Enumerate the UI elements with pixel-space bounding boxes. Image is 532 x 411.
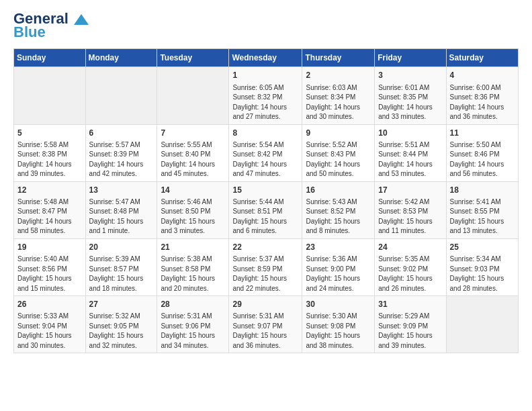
logo: General Blue — [13, 11, 89, 40]
day-info: Sunrise: 5:41 AM Sunset: 8:55 PM Dayligh… — [450, 198, 504, 235]
week-row-2: 5Sunrise: 5:58 AM Sunset: 8:38 PM Daylig… — [14, 124, 519, 181]
day-info: Sunrise: 5:52 AM Sunset: 8:43 PM Dayligh… — [306, 141, 360, 178]
weekday-header-thursday: Thursday — [302, 49, 375, 67]
weekday-header-tuesday: Tuesday — [157, 49, 229, 67]
calendar-cell: 14Sunrise: 5:46 AM Sunset: 8:50 PM Dayli… — [157, 181, 229, 238]
calendar-cell: 9Sunrise: 5:52 AM Sunset: 8:43 PM Daylig… — [302, 124, 375, 181]
day-number: 25 — [450, 242, 515, 253]
header: General Blue — [13, 11, 519, 40]
calendar-cell: 22Sunrise: 5:37 AM Sunset: 8:59 PM Dayli… — [229, 238, 302, 295]
logo-blue: Blue — [13, 24, 46, 40]
weekday-header-saturday: Saturday — [446, 49, 518, 67]
day-info: Sunrise: 5:32 AM Sunset: 9:05 PM Dayligh… — [89, 312, 144, 349]
day-number: 20 — [89, 242, 154, 253]
calendar-cell: 5Sunrise: 5:58 AM Sunset: 8:38 PM Daylig… — [14, 124, 86, 181]
day-info: Sunrise: 5:51 AM Sunset: 8:44 PM Dayligh… — [378, 141, 433, 178]
day-info: Sunrise: 5:31 AM Sunset: 9:07 PM Dayligh… — [232, 312, 287, 349]
calendar-cell: 17Sunrise: 5:42 AM Sunset: 8:53 PM Dayli… — [375, 181, 446, 238]
day-info: Sunrise: 5:55 AM Sunset: 8:40 PM Dayligh… — [161, 141, 215, 178]
calendar-cell: 26Sunrise: 5:33 AM Sunset: 9:04 PM Dayli… — [14, 296, 86, 353]
day-info: Sunrise: 5:42 AM Sunset: 8:53 PM Dayligh… — [378, 198, 433, 235]
day-info: Sunrise: 5:36 AM Sunset: 9:00 PM Dayligh… — [306, 255, 360, 292]
day-info: Sunrise: 5:58 AM Sunset: 8:38 PM Dayligh… — [17, 141, 72, 178]
calendar-cell: 2Sunrise: 6:03 AM Sunset: 8:34 PM Daylig… — [302, 67, 375, 124]
calendar-cell: 3Sunrise: 6:01 AM Sunset: 8:35 PM Daylig… — [375, 67, 446, 124]
day-info: Sunrise: 6:05 AM Sunset: 8:32 PM Dayligh… — [232, 84, 287, 121]
day-number: 26 — [17, 299, 82, 310]
day-number: 29 — [232, 299, 298, 310]
calendar-cell: 20Sunrise: 5:39 AM Sunset: 8:57 PM Dayli… — [85, 238, 157, 295]
weekday-header-sunday: Sunday — [14, 49, 86, 67]
day-number: 30 — [306, 299, 371, 310]
day-info: Sunrise: 5:43 AM Sunset: 8:52 PM Dayligh… — [306, 198, 360, 235]
calendar-cell: 1Sunrise: 6:05 AM Sunset: 8:32 PM Daylig… — [229, 67, 302, 124]
day-info: Sunrise: 5:54 AM Sunset: 8:42 PM Dayligh… — [232, 141, 287, 178]
weekday-header-monday: Monday — [85, 49, 157, 67]
day-number: 22 — [232, 242, 298, 253]
day-number: 27 — [89, 299, 154, 310]
day-info: Sunrise: 5:34 AM Sunset: 9:03 PM Dayligh… — [450, 255, 504, 292]
calendar-cell: 30Sunrise: 5:30 AM Sunset: 9:08 PM Dayli… — [302, 296, 375, 353]
day-number: 13 — [89, 185, 154, 195]
day-info: Sunrise: 5:48 AM Sunset: 8:47 PM Dayligh… — [17, 198, 72, 235]
calendar-cell: 6Sunrise: 5:57 AM Sunset: 8:39 PM Daylig… — [85, 124, 157, 181]
calendar-cell: 8Sunrise: 5:54 AM Sunset: 8:42 PM Daylig… — [229, 124, 302, 181]
day-number: 19 — [17, 242, 82, 253]
day-info: Sunrise: 5:38 AM Sunset: 8:58 PM Dayligh… — [161, 255, 215, 292]
calendar-table: SundayMondayTuesdayWednesdayThursdayFrid… — [13, 48, 519, 353]
calendar-cell — [157, 67, 229, 124]
day-info: Sunrise: 5:33 AM Sunset: 9:04 PM Dayligh… — [17, 312, 72, 349]
day-number: 10 — [378, 128, 442, 138]
day-number: 17 — [378, 185, 442, 195]
calendar-cell — [446, 296, 518, 353]
day-info: Sunrise: 5:39 AM Sunset: 8:57 PM Dayligh… — [89, 255, 144, 292]
day-info: Sunrise: 5:50 AM Sunset: 8:46 PM Dayligh… — [450, 141, 504, 178]
calendar-cell: 10Sunrise: 5:51 AM Sunset: 8:44 PM Dayli… — [375, 124, 446, 181]
day-number: 2 — [306, 70, 371, 81]
calendar-cell: 21Sunrise: 5:38 AM Sunset: 8:58 PM Dayli… — [157, 238, 229, 295]
calendar-cell: 28Sunrise: 5:31 AM Sunset: 9:06 PM Dayli… — [157, 296, 229, 353]
day-info: Sunrise: 6:00 AM Sunset: 8:36 PM Dayligh… — [450, 84, 504, 121]
day-number: 21 — [161, 242, 225, 253]
day-number: 12 — [17, 185, 82, 195]
day-info: Sunrise: 5:29 AM Sunset: 9:09 PM Dayligh… — [378, 312, 433, 349]
day-number: 6 — [89, 128, 154, 138]
day-info: Sunrise: 5:37 AM Sunset: 8:59 PM Dayligh… — [232, 255, 287, 292]
day-number: 14 — [161, 185, 225, 195]
day-info: Sunrise: 5:46 AM Sunset: 8:50 PM Dayligh… — [161, 198, 215, 235]
weekday-header-wednesday: Wednesday — [229, 49, 302, 67]
day-info: Sunrise: 5:31 AM Sunset: 9:06 PM Dayligh… — [161, 312, 215, 349]
calendar-cell: 11Sunrise: 5:50 AM Sunset: 8:46 PM Dayli… — [446, 124, 518, 181]
calendar-cell: 15Sunrise: 5:44 AM Sunset: 8:51 PM Dayli… — [229, 181, 302, 238]
day-number: 28 — [161, 299, 225, 310]
day-number: 3 — [378, 70, 442, 81]
day-number: 16 — [306, 185, 371, 195]
svg-marker-0 — [74, 14, 89, 25]
week-row-5: 26Sunrise: 5:33 AM Sunset: 9:04 PM Dayli… — [14, 296, 519, 353]
calendar-cell: 19Sunrise: 5:40 AM Sunset: 8:56 PM Dayli… — [14, 238, 86, 295]
day-number: 11 — [450, 128, 515, 138]
calendar-cell: 13Sunrise: 5:47 AM Sunset: 8:48 PM Dayli… — [85, 181, 157, 238]
calendar-cell: 18Sunrise: 5:41 AM Sunset: 8:55 PM Dayli… — [446, 181, 518, 238]
week-row-4: 19Sunrise: 5:40 AM Sunset: 8:56 PM Dayli… — [14, 238, 519, 295]
day-number: 7 — [161, 128, 225, 138]
day-number: 9 — [306, 128, 371, 138]
day-number: 1 — [232, 70, 298, 81]
calendar-cell: 27Sunrise: 5:32 AM Sunset: 9:05 PM Dayli… — [85, 296, 157, 353]
calendar-cell — [14, 67, 86, 124]
weekday-header-row: SundayMondayTuesdayWednesdayThursdayFrid… — [14, 49, 519, 67]
day-info: Sunrise: 5:30 AM Sunset: 9:08 PM Dayligh… — [306, 312, 360, 349]
day-info: Sunrise: 5:40 AM Sunset: 8:56 PM Dayligh… — [17, 255, 72, 292]
day-info: Sunrise: 5:57 AM Sunset: 8:39 PM Dayligh… — [89, 141, 144, 178]
day-info: Sunrise: 5:47 AM Sunset: 8:48 PM Dayligh… — [89, 198, 144, 235]
day-info: Sunrise: 6:03 AM Sunset: 8:34 PM Dayligh… — [306, 84, 360, 121]
day-number: 18 — [450, 185, 515, 195]
calendar-cell: 16Sunrise: 5:43 AM Sunset: 8:52 PM Dayli… — [302, 181, 375, 238]
calendar-cell: 24Sunrise: 5:35 AM Sunset: 9:02 PM Dayli… — [375, 238, 446, 295]
calendar-cell: 25Sunrise: 5:34 AM Sunset: 9:03 PM Dayli… — [446, 238, 518, 295]
day-number: 23 — [306, 242, 371, 253]
day-info: Sunrise: 6:01 AM Sunset: 8:35 PM Dayligh… — [378, 84, 433, 121]
calendar-cell: 12Sunrise: 5:48 AM Sunset: 8:47 PM Dayli… — [14, 181, 86, 238]
weekday-header-friday: Friday — [375, 49, 446, 67]
day-number: 8 — [232, 128, 298, 138]
